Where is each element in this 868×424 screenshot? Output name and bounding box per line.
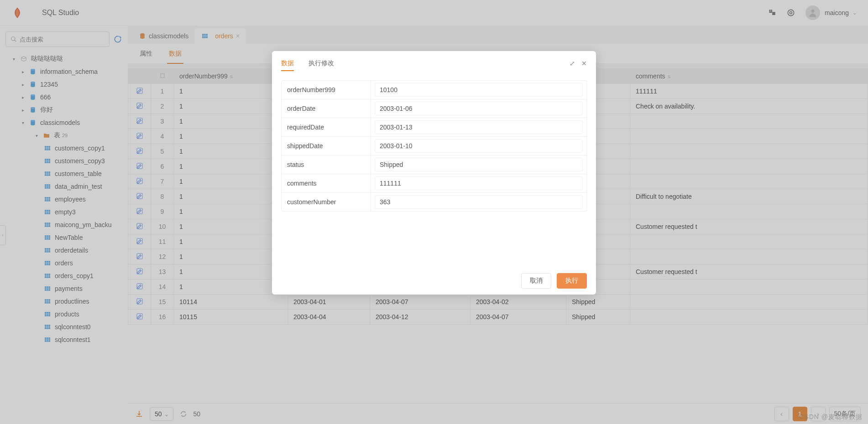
- form-row: orderDate: [282, 99, 586, 118]
- expand-icon[interactable]: ⤢: [570, 60, 575, 67]
- form-row: comments: [282, 174, 586, 193]
- cancel-button[interactable]: 取消: [521, 273, 551, 289]
- submit-button[interactable]: 执行: [557, 273, 587, 289]
- form-row: customerNumber: [282, 193, 586, 211]
- close-icon[interactable]: ✕: [581, 60, 587, 67]
- form-label: comments: [282, 174, 371, 192]
- watermark: CSDN @麦聪聊数据: [799, 413, 863, 421]
- edit-modal: 数据 执行修改 ⤢ ✕ orderNumber999orderDaterequi…: [272, 51, 596, 295]
- form-row: requiredDate: [282, 118, 586, 137]
- form-label: customerNumber: [282, 193, 371, 211]
- form-row: shippedDate: [282, 137, 586, 155]
- form-input[interactable]: [375, 195, 583, 209]
- form-label: requiredDate: [282, 118, 371, 136]
- form-input[interactable]: [375, 158, 583, 171]
- modal-tab-exec[interactable]: 执行修改: [309, 51, 334, 76]
- form-input[interactable]: [375, 139, 583, 153]
- form-label: shippedDate: [282, 137, 371, 155]
- form-input[interactable]: [375, 176, 583, 190]
- form-input[interactable]: [375, 83, 583, 97]
- form-input[interactable]: [375, 120, 583, 134]
- modal-tab-data[interactable]: 数据: [281, 51, 294, 76]
- modal-overlay: 数据 执行修改 ⤢ ✕ orderNumber999orderDaterequi…: [0, 0, 868, 424]
- form-input[interactable]: [375, 102, 583, 115]
- form-label: orderNumber999: [282, 81, 371, 99]
- form-row: orderNumber999: [282, 81, 586, 99]
- form-row: status: [282, 155, 586, 174]
- form-label: orderDate: [282, 99, 371, 118]
- form-label: status: [282, 155, 371, 174]
